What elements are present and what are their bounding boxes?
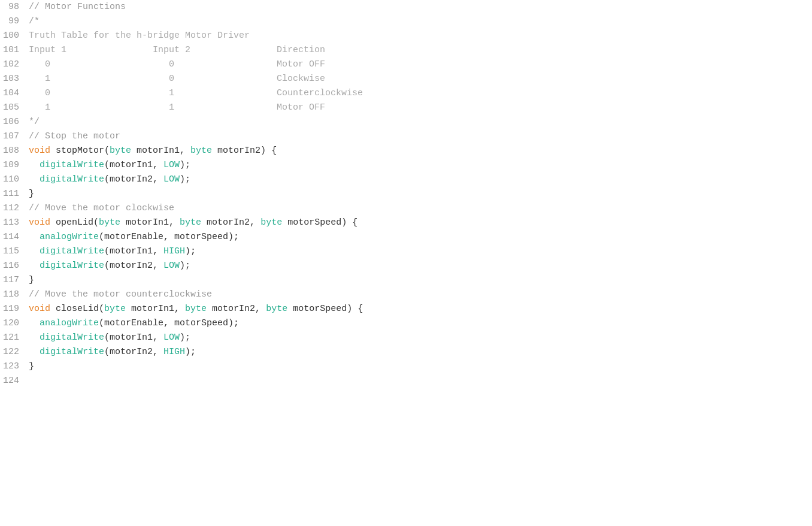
line-content: digitalWrite(motorIn2, HIGH); (29, 345, 812, 359)
line-content: // Move the motor counterclockwise (29, 288, 812, 302)
token: Input 1 Input 2 Direction (29, 45, 325, 55)
line-content: analogWrite(motorEnable, motorSpeed); (29, 230, 812, 244)
line-content: 1 0 Clockwise (29, 72, 812, 86)
line-number: 100 (0, 29, 29, 43)
line-number: 123 (0, 359, 29, 374)
line-number: 115 (0, 244, 29, 259)
line-number: 110 (0, 173, 29, 187)
line-number: 107 (0, 129, 29, 144)
line-content: digitalWrite(motorIn1, LOW); (29, 158, 812, 173)
code-line: 98// Motor Functions (0, 0, 812, 14)
line-content: } (29, 359, 812, 374)
code-line: 124 (0, 374, 812, 388)
code-line: 103 1 0 Clockwise (0, 72, 812, 86)
line-number: 120 (0, 316, 29, 331)
line-number: 114 (0, 230, 29, 244)
code-line: 101Input 1 Input 2 Direction (0, 43, 812, 58)
line-number: 111 (0, 187, 29, 201)
line-content: Input 1 Input 2 Direction (29, 43, 812, 58)
line-content: // Stop the motor (29, 129, 812, 144)
line-content: 1 1 Motor OFF (29, 101, 812, 115)
code-line: 116 digitalWrite(motorIn2, LOW); (0, 259, 812, 273)
line-number: 102 (0, 58, 29, 72)
line-content: /* (29, 14, 812, 29)
code-line: 114 analogWrite(motorEnable, motorSpeed)… (0, 230, 812, 244)
token: 0 0 Motor OFF (29, 59, 325, 69)
code-line: 111} (0, 187, 812, 201)
line-content: digitalWrite(motorIn1, LOW); (29, 331, 812, 345)
line-content: 0 0 Motor OFF (29, 58, 812, 72)
line-content: void stopMotor(byte motorIn1, byte motor… (29, 144, 812, 158)
line-number: 113 (0, 216, 29, 230)
code-line: 119void closeLid(byte motorIn1, byte mot… (0, 302, 812, 316)
code-line: 100Truth Table for the h-bridge Motor Dr… (0, 29, 812, 43)
token: 0 1 Counterclockwise (29, 88, 363, 98)
token: // Stop the motor (29, 131, 120, 141)
line-content: analogWrite(motorEnable, motorSpeed); (29, 316, 812, 331)
line-number: 112 (0, 201, 29, 216)
line-number: 108 (0, 144, 29, 158)
code-line: 108void stopMotor(byte motorIn1, byte mo… (0, 144, 812, 158)
line-number: 118 (0, 288, 29, 302)
token: } (29, 361, 34, 371)
token: } (29, 189, 34, 199)
line-content: void openLid(byte motorIn1, byte motorIn… (29, 216, 812, 230)
line-number: 104 (0, 86, 29, 101)
code-line: 118// Move the motor counterclockwise (0, 288, 812, 302)
token: } (29, 275, 34, 285)
token: 1 0 Clockwise (29, 74, 325, 84)
code-line: 122 digitalWrite(motorIn2, HIGH); (0, 345, 812, 359)
code-line: 120 analogWrite(motorEnable, motorSpeed)… (0, 316, 812, 331)
code-line: 123} (0, 359, 812, 374)
line-number: 103 (0, 72, 29, 86)
line-number: 106 (0, 115, 29, 129)
token: */ (29, 117, 40, 127)
line-content: } (29, 187, 812, 201)
line-number: 121 (0, 331, 29, 345)
line-number: 119 (0, 302, 29, 316)
token: /* (29, 16, 40, 26)
line-content: Truth Table for the h-bridge Motor Drive… (29, 29, 812, 43)
line-number: 101 (0, 43, 29, 58)
code-line: 102 0 0 Motor OFF (0, 58, 812, 72)
code-line: 115 digitalWrite(motorIn1, HIGH); (0, 244, 812, 259)
line-content: 0 1 Counterclockwise (29, 86, 812, 101)
code-line: 121 digitalWrite(motorIn1, LOW); (0, 331, 812, 345)
line-number: 122 (0, 345, 29, 359)
line-number: 98 (0, 0, 29, 14)
code-line: 117} (0, 273, 812, 288)
line-number: 109 (0, 158, 29, 173)
line-content: digitalWrite(motorIn2, LOW); (29, 173, 812, 187)
code-line: 104 0 1 Counterclockwise (0, 86, 812, 101)
code-line: 99/* (0, 14, 812, 29)
line-content: // Motor Functions (29, 0, 812, 14)
line-content: digitalWrite(motorIn2, LOW); (29, 259, 812, 273)
code-line: 105 1 1 Motor OFF (0, 101, 812, 115)
line-content: void closeLid(byte motorIn1, byte motorI… (29, 302, 812, 316)
line-number: 124 (0, 374, 29, 388)
line-content: // Move the motor clockwise (29, 201, 812, 216)
code-line: 110 digitalWrite(motorIn2, LOW); (0, 173, 812, 187)
code-line: 112// Move the motor clockwise (0, 201, 812, 216)
token: Truth Table for the h-bridge Motor Drive… (29, 31, 250, 41)
code-line: 109 digitalWrite(motorIn1, LOW); (0, 158, 812, 173)
line-number: 116 (0, 259, 29, 273)
line-number: 105 (0, 101, 29, 115)
line-number: 117 (0, 273, 29, 288)
code-editor: 98// Motor Functions99/*100Truth Table f… (0, 0, 812, 526)
code-line: 106*/ (0, 115, 812, 129)
token: // Move the motor clockwise (29, 203, 174, 213)
line-content: } (29, 273, 812, 288)
token: 1 1 Motor OFF (29, 102, 325, 113)
code-line: 107// Stop the motor (0, 129, 812, 144)
line-content: */ (29, 115, 812, 129)
token: // Motor Functions (29, 2, 126, 12)
line-number: 99 (0, 14, 29, 29)
line-content: digitalWrite(motorIn1, HIGH); (29, 244, 812, 259)
token: // Move the motor counterclockwise (29, 289, 212, 300)
code-line: 113void openLid(byte motorIn1, byte moto… (0, 216, 812, 230)
